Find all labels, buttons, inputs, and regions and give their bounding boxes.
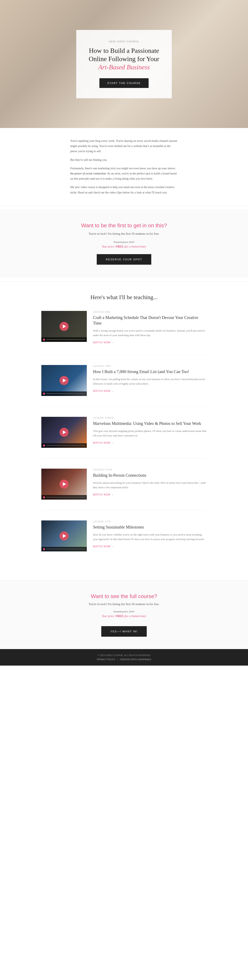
- bottom-cta-subtitle: You're in luck! I'm letting the first 50…: [8, 602, 240, 606]
- footer-separator: |: [117, 658, 118, 661]
- body-p3-plain: Fortunately, there's one marketing trick…: [70, 167, 176, 170]
- play-icon-4: [63, 482, 66, 486]
- play-icon-5: [63, 534, 66, 538]
- hero-title-line2: Online Following for Your: [89, 55, 159, 62]
- play-button-2[interactable]: [59, 376, 69, 385]
- play-button-1[interactable]: [59, 322, 69, 331]
- reserve-spot-button[interactable]: RESERVE YOUR SPOT: [97, 254, 151, 265]
- bottom-cta-section: Want to see the full course? You're in l…: [0, 581, 248, 649]
- video-dot-4: [43, 496, 45, 498]
- teaching-section: Here's what I'll be teaching... LESSON O…: [0, 282, 248, 580]
- lesson-3-desc: This goes way beyond snapping pretty pro…: [93, 429, 206, 438]
- bottom-cta-title: Want to see the full course?: [8, 593, 240, 600]
- lesson-2-number: LESSON TWO: [93, 365, 206, 367]
- video-progress-3: [46, 445, 85, 446]
- lesson-4-content: LESSON FOUR Building In-Person Connectio…: [93, 469, 206, 496]
- hero-title: How to Build a Passionate Online Followi…: [89, 46, 159, 71]
- lesson-4-desc: Nervous about networking for your busine…: [93, 480, 206, 490]
- play-button-4[interactable]: [59, 480, 69, 488]
- lesson-3-title: Marvelous Multimedia: Using Video & Phot…: [93, 421, 206, 426]
- lesson-3-thumbnail[interactable]: [41, 417, 87, 448]
- hero-subtitle: NEW VIDEO COURSE: [89, 40, 159, 43]
- play-icon-1: [63, 325, 66, 328]
- price-normal: Normal price: $197: [8, 240, 240, 244]
- lesson-item: LESSON TWO How I Built a 7,000-Strong Em…: [41, 365, 206, 406]
- bottom-price-label: Normal price:: [114, 610, 128, 613]
- play-button-5[interactable]: [59, 531, 69, 541]
- play-icon-3: [63, 430, 66, 434]
- footer-copyright: © 2023 VIDEO COURSE. ALL RIGHTS RESERVED: [4, 654, 244, 657]
- lesson-item: LESSON ONE Craft a Marketing Schedule Th…: [41, 311, 206, 355]
- lesson-item: LESSON FIVE Setting Sustainable Mileston…: [41, 520, 206, 562]
- hero-title-line1: How to Build a Passionate: [89, 47, 159, 54]
- video-dot-1: [43, 339, 45, 340]
- video-dot-5: [43, 548, 45, 550]
- lesson-2-title: How I Built a 7,000-Strong Email List (a…: [93, 369, 206, 374]
- watch-now-4[interactable]: WATCH NOW →: [93, 493, 114, 496]
- lesson-2-thumbnail[interactable]: [41, 365, 87, 396]
- video-bar-1: [41, 337, 87, 342]
- hero-title-accent: Art-Based Business: [98, 64, 150, 71]
- lesson-5-desc: How do you know whether you're on the ri…: [93, 533, 206, 541]
- watch-now-3[interactable]: WATCH NOW →: [93, 441, 114, 444]
- created-with-link[interactable]: CREATED WITH LEADPAGES: [120, 658, 151, 661]
- body-text-section: You're updating your blog every week. Yo…: [62, 138, 186, 195]
- teaching-title: Here's what I'll be teaching...: [8, 294, 240, 301]
- lesson-5-number: LESSON FIVE: [93, 520, 206, 523]
- lesson-4-thumbnail[interactable]: [41, 469, 87, 500]
- bottom-free-value: FREE: [116, 614, 123, 618]
- play-button-3[interactable]: [59, 428, 69, 437]
- body-p1: You're updating your blog every week. Yo…: [70, 138, 178, 154]
- video-progress-5: [46, 549, 85, 549]
- footer-links: PRIVACY POLICY | CREATED WITH LEADPAGES: [4, 658, 244, 661]
- lesson-1-desc: With a strong enough brand, you won't ne…: [93, 328, 206, 337]
- body-p3: Fortunately, there's one marketing trick…: [70, 166, 178, 181]
- price-strikethrough: $197: [129, 240, 134, 243]
- body-p2: But they're still not finding you.: [70, 158, 178, 162]
- video-progress-2: [46, 393, 85, 394]
- want-subtitle: You're in luck! I'm letting the first 50…: [8, 232, 240, 235]
- lesson-3-number: LESSON THREE: [93, 417, 206, 419]
- hero-overlay: NEW VIDEO COURSE How to Build a Passiona…: [76, 30, 171, 98]
- video-bar-3: [41, 443, 87, 448]
- watch-now-1[interactable]: WATCH NOW →: [93, 341, 114, 344]
- bottom-price-normal-label: Normal price: $197: [8, 610, 240, 613]
- want-section: Want to be the first to get in on this? …: [0, 210, 248, 277]
- lesson-2-desc: In this lesson, I'm pulling back the cur…: [93, 377, 206, 386]
- video-progress-4: [46, 497, 85, 498]
- lesson-5-thumbnail[interactable]: [41, 520, 87, 551]
- video-bar-4: [41, 495, 87, 500]
- video-progress-1: [46, 339, 85, 340]
- yes-want-in-button[interactable]: YES—I WANT IN!: [101, 626, 147, 637]
- hero-section: NEW VIDEO COURSE How to Build a Passiona…: [0, 0, 248, 128]
- lesson-5-content: LESSON FIVE Setting Sustainable Mileston…: [93, 520, 206, 548]
- privacy-policy-link[interactable]: PRIVACY POLICY: [97, 658, 115, 661]
- body-p4: My new video course is designed to help …: [70, 185, 178, 195]
- price-free-label: Your price:: [102, 245, 115, 248]
- lesson-1-number: LESSON ONE: [93, 311, 206, 313]
- lesson-1-thumbnail[interactable]: [41, 311, 87, 342]
- bottom-free-label: Your price:: [102, 614, 115, 618]
- want-title: Want to be the first to get in on this?: [8, 222, 240, 229]
- footer: © 2023 VIDEO COURSE. ALL RIGHTS RESERVED…: [0, 649, 248, 666]
- video-dot-2: [43, 393, 45, 395]
- lesson-5-title: Setting Sustainable Milestones: [93, 524, 206, 530]
- watch-now-2[interactable]: WATCH NOW →: [93, 390, 114, 393]
- video-dot-3: [43, 444, 45, 447]
- price-free-value: FREE: [116, 245, 123, 248]
- start-course-button[interactable]: START THE COURSE: [99, 78, 149, 88]
- video-bar-5: [41, 547, 87, 551]
- bottom-price-strikethrough: $197: [129, 610, 134, 613]
- price-free: Your price: FREE (for a limited time): [8, 245, 240, 248]
- price-label: Normal price:: [114, 240, 128, 243]
- lesson-item: LESSON FOUR Building In-Person Connectio…: [41, 469, 206, 510]
- lesson-4-title: Building In-Person Connections: [93, 473, 206, 478]
- bottom-free-suffix: (for a limited time): [123, 614, 146, 618]
- watch-now-5[interactable]: WATCH NOW →: [93, 545, 114, 548]
- lesson-3-content: LESSON THREE Marvelous Multimedia: Using…: [93, 417, 206, 444]
- price-free-suffix: (for a limited time): [123, 245, 146, 248]
- lesson-4-number: LESSON FOUR: [93, 469, 206, 471]
- body-p3-em: the power of social connection.: [70, 172, 106, 175]
- play-icon-2: [63, 379, 66, 382]
- lesson-1-title: Craft a Marketing Schedule That Doesn't …: [93, 315, 206, 326]
